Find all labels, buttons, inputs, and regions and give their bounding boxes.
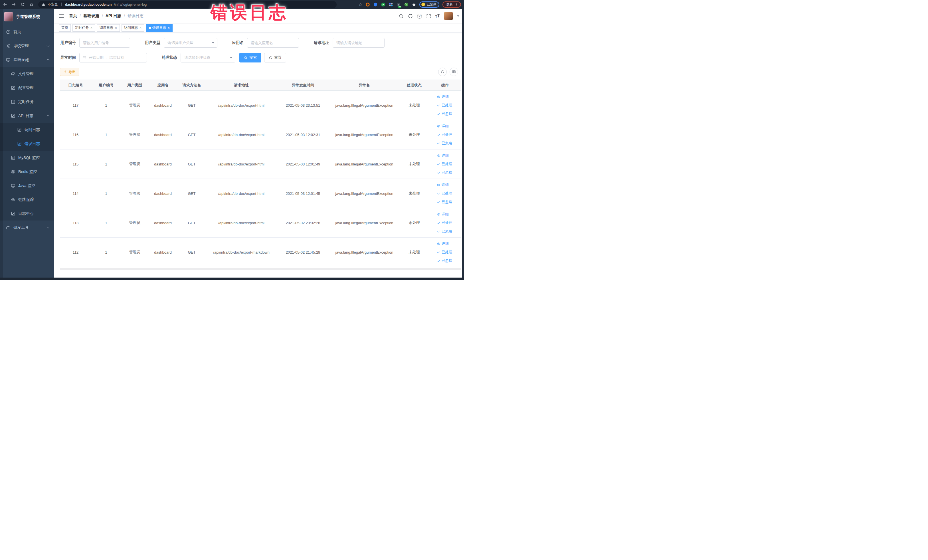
action-已处理[interactable]: 已处理 [437,162,453,166]
star-extension-icon[interactable] [412,2,416,7]
sidebar-item-api-log[interactable]: API 日志 [0,109,54,123]
process-status-select[interactable]: 请选择处理状态 [180,53,235,63]
chevron-down-icon [230,57,232,58]
warning-icon [42,3,45,6]
page-scrollbar[interactable] [462,9,464,280]
breadcrumb-item-1[interactable]: 基础设施 [83,14,99,18]
action-已处理[interactable]: 已处理 [437,103,453,108]
request-url-input[interactable] [333,38,385,48]
sidebar-item-log-center[interactable]: 日志中心 [0,206,54,221]
tab-job-log[interactable]: 调度日志× [97,24,120,32]
breadcrumb-item-2[interactable]: API 日志 [105,14,121,18]
on-badge-extension-icon[interactable]: on [396,2,401,7]
date-range-picker[interactable]: 开始日期 - 结束日期 [79,53,147,63]
filter-process-status: 处理状态 请选择处理状态 [154,53,235,63]
cell-exception: java.lang.IllegalArgumentException [329,91,399,120]
action-详细[interactable]: 详细 [437,241,453,246]
action-已处理[interactable]: 已处理 [437,191,453,196]
action-已忽略[interactable]: 已忽略 [437,111,453,116]
sidebar-item-system[interactable]: 系统管理 [0,39,54,53]
sidebar-item-mysql[interactable]: MySQL 监控 [0,151,54,165]
grid-extension-icon[interactable] [389,2,393,7]
sidebar-item-infra[interactable]: 基础设施 [0,53,54,67]
sidebar-item-job[interactable]: 定时任务 [0,95,54,109]
action-详细[interactable]: 详细 [437,124,453,129]
sidebar-item-devtools[interactable]: 研发工具 [0,221,54,235]
monitor-icon [6,58,11,62]
action-已忽略[interactable]: 已忽略 [437,258,453,263]
cell-exception: java.lang.IllegalArgumentException [329,150,399,179]
update-button[interactable]: 更新 ⋮ [443,2,461,8]
cell-user_type: 管理员 [121,150,148,179]
sidebar-logo[interactable]: 芋道管理系统 [0,9,54,25]
chevron-down-icon[interactable] [457,15,459,17]
action-已忽略[interactable]: 已忽略 [437,229,453,234]
export-button[interactable]: 导出 [60,68,79,76]
user-id-input[interactable] [79,38,130,48]
hamburger-icon[interactable] [59,14,64,18]
address-bar[interactable]: 不安全 dashboard.yudao.iocoder.cn/infra/log… [38,1,337,8]
cell-status: 未处理 [399,208,429,238]
reload-icon[interactable] [21,2,25,6]
action-已处理[interactable]: 已处理 [437,221,453,225]
sidebar-item-config[interactable]: 配置管理 [0,81,54,95]
back-icon[interactable] [3,2,7,6]
tab-job[interactable]: 定时任务× [72,24,95,32]
filter-user-id: 用户编号 [60,38,130,48]
close-icon[interactable]: × [114,26,117,30]
sidebar-item-label: Java 监控 [18,183,35,188]
font-size-icon[interactable]: TT [435,14,440,18]
sidebar-item-home[interactable]: 首页 [0,25,54,39]
sidebar-item-access-log[interactable]: 访问日志 [0,123,54,137]
action-详细[interactable]: 详细 [437,183,453,188]
refresh-table-button[interactable] [438,68,447,76]
start-date-placeholder: 开始日期 [89,55,104,60]
close-icon[interactable]: × [139,26,142,30]
orange-ring-extension-icon[interactable] [365,2,370,7]
action-已忽略[interactable]: 已忽略 [437,141,453,146]
column-settings-button[interactable] [450,68,458,76]
app-name-input[interactable] [247,38,299,48]
more-menu-icon[interactable]: ⋮ [455,2,458,6]
tab-home[interactable]: 首页 [59,24,71,32]
sidebar-item-trace[interactable]: 链路追踪 [0,192,54,206]
fullscreen-icon[interactable] [426,14,431,18]
bookmark-star-icon[interactable]: ☆ [359,2,362,6]
close-icon[interactable]: × [90,26,93,30]
close-icon[interactable]: × [168,26,170,30]
shield-extension-icon[interactable] [373,2,378,7]
cell-user_id: 1 [91,208,121,238]
action-已处理[interactable]: 已处理 [437,132,453,137]
sidebar-item-redis[interactable]: Redis 监控 [0,165,54,179]
page-content: 用户编号 用户类型 请选择用户类型 应用名 请求地址 [54,33,464,280]
security-label[interactable]: 不安全 [47,2,58,7]
leaf-extension-icon[interactable] [404,2,409,7]
paused-badge[interactable]: 已暂停 [419,2,439,8]
columns-grid-icon [452,70,456,74]
help-icon[interactable]: ? [417,14,422,18]
user-type-select[interactable]: 请选择用户类型 [164,38,217,48]
sidebar-item-java[interactable]: Java 监控 [0,179,54,192]
github-icon[interactable] [408,14,413,18]
action-已忽略[interactable]: 已忽略 [437,170,453,175]
action-已处理[interactable]: 已处理 [437,250,453,255]
tab-api-access-log[interactable]: 访问日志× [122,24,144,32]
reset-button[interactable]: 重置 [264,53,286,63]
home-icon[interactable] [29,2,34,6]
action-详细[interactable]: 详细 [437,95,453,99]
horizontal-scrollbar[interactable] [60,268,461,270]
action-已忽略[interactable]: 已忽略 [437,200,453,204]
sidebar-item-file[interactable]: 文件管理 [0,67,54,81]
sidebar-item-error-log[interactable]: 错误日志 [0,137,54,151]
tab-api-error-log[interactable]: 错误日志× [146,24,172,32]
breadcrumb-item-0[interactable]: 首页 [69,14,77,18]
search-icon[interactable] [399,14,404,18]
avatar[interactable] [444,12,453,20]
action-详细[interactable]: 详细 [437,153,453,158]
tab-label: 访问日志 [124,25,138,30]
action-详细[interactable]: 详细 [437,212,453,217]
sidebar-item-label: API 日志 [18,113,34,118]
green-check-extension-icon[interactable] [381,2,385,7]
search-button[interactable]: 搜索 [240,53,261,63]
forward-icon[interactable] [12,2,16,6]
